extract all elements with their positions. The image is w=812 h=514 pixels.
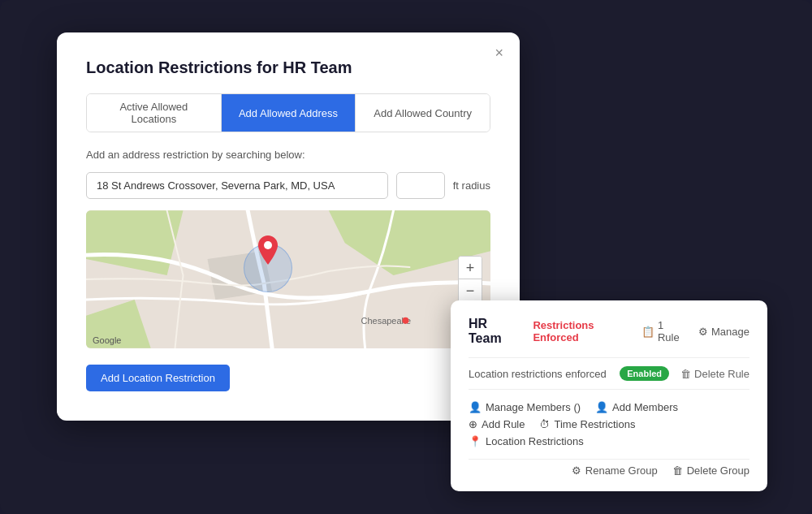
add-members-link[interactable]: 👤 Add Members — [595, 401, 678, 413]
rule-actions: Enabled 🗑 Delete Rule — [620, 366, 749, 381]
plus-icon: ⊕ — [469, 418, 477, 430]
user-icon: 👤 — [469, 401, 482, 413]
rule-row: Location restrictions enforced Enabled 🗑… — [469, 357, 749, 390]
hr-team-card: HR Team Restrictions Enforced 📋 1 Rule ⚙… — [451, 300, 767, 491]
address-row: 200 ft radius — [86, 172, 490, 199]
trash-icon: 🗑 — [680, 368, 691, 380]
rule-count: 📋 1 Rule — [641, 319, 687, 343]
map-container: Chesapeake + − Google — [86, 210, 490, 348]
delete-group-link[interactable]: 🗑 Delete Group — [672, 464, 749, 477]
svg-point-6 — [402, 317, 408, 324]
time-restrictions-link[interactable]: ⏱ Time Restrictions — [539, 418, 635, 430]
card-header: HR Team Restrictions Enforced 📋 1 Rule ⚙… — [469, 317, 749, 346]
clock-icon: ⏱ — [539, 418, 550, 430]
restrictions-badge: Restrictions Enforced — [533, 319, 641, 343]
rename-group-link[interactable]: ⚙ Rename Group — [572, 464, 658, 477]
address-input[interactable] — [86, 172, 388, 199]
add-rule-link[interactable]: ⊕ Add Rule — [469, 418, 525, 430]
gear-footer-icon: ⚙ — [572, 464, 581, 477]
enabled-badge: Enabled — [620, 366, 669, 381]
pin-icon: 📍 — [469, 435, 482, 447]
tab-add-country[interactable]: Add Allowed Country — [356, 94, 490, 132]
gear-icon: ⚙ — [698, 326, 708, 338]
team-name: HR Team — [469, 317, 523, 346]
zoom-out-button[interactable]: − — [459, 279, 482, 302]
modal-description: Add an address restriction by searching … — [86, 149, 490, 161]
zoom-in-button[interactable]: + — [459, 257, 482, 279]
google-label: Google — [93, 335, 121, 345]
add-user-icon: 👤 — [595, 401, 608, 413]
tab-add-address[interactable]: Add Allowed Address — [222, 94, 356, 132]
rule-icon: 📋 — [641, 326, 654, 338]
radius-input[interactable]: 200 — [396, 172, 445, 199]
card-header-right: 📋 1 Rule ⚙ Manage — [641, 319, 749, 343]
rule-label: Location restrictions enforced — [469, 368, 607, 380]
close-button[interactable]: × — [495, 45, 503, 60]
tab-active-locations[interactable]: Active Allowed Locations — [87, 94, 222, 132]
zoom-controls: + − — [458, 256, 482, 303]
add-location-button[interactable]: Add Location Restriction — [86, 365, 230, 391]
radius-label: ft radius — [453, 179, 490, 192]
map-pin — [258, 235, 278, 268]
location-restrictions-link[interactable]: 📍 Location Restrictions — [469, 435, 584, 447]
card-footer: ⚙ Rename Group 🗑 Delete Group — [469, 459, 749, 477]
tabs-container: Active Allowed Locations Add Allowed Add… — [86, 93, 490, 132]
manage-members-link[interactable]: 👤 Manage Members () — [469, 401, 581, 413]
manage-link[interactable]: ⚙ Manage — [698, 326, 749, 338]
card-header-left: HR Team Restrictions Enforced — [469, 317, 641, 346]
action-links: 👤 Manage Members () 👤 Add Members ⊕ Add … — [469, 401, 749, 447]
svg-point-7 — [264, 241, 272, 249]
trash-footer-icon: 🗑 — [672, 464, 683, 477]
modal-title: Location Restrictions for HR Team — [86, 58, 490, 77]
delete-rule-link[interactable]: 🗑 Delete Rule — [680, 368, 749, 380]
